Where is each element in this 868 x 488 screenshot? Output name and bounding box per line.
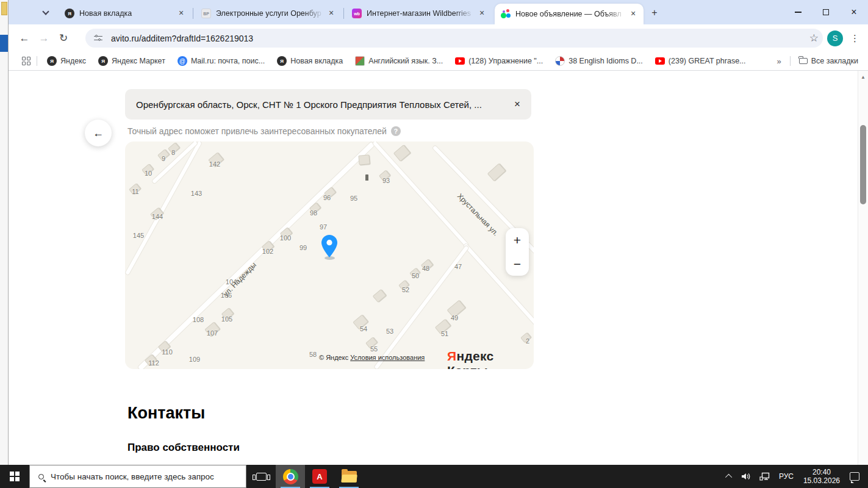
minimize-button[interactable] [784, 0, 812, 24]
action-center-button[interactable] [845, 465, 868, 488]
speaker-icon [741, 472, 751, 481]
search-icon [38, 474, 44, 479]
network-button[interactable] [755, 465, 775, 488]
bookmark-english[interactable]: Английский язык. З... [355, 56, 443, 66]
language-indicator[interactable]: РУС [775, 465, 798, 488]
browser-menu-icon[interactable]: ⋮ [850, 33, 859, 44]
house-number-label: 47 [454, 263, 462, 270]
map-monument-icon [365, 174, 368, 181]
divider [790, 56, 791, 66]
windows-taskbar: Чтобы начать поиск, введите здесь запрос… [0, 465, 868, 488]
tab-gosuslugi[interactable]: ВР Электронные услуги Оренбур × [195, 4, 342, 23]
taskbar-acrobat-button[interactable]: A [305, 465, 334, 488]
tray-expand-button[interactable] [723, 465, 736, 488]
house-number-label: 144 [152, 213, 163, 220]
map-building [393, 145, 411, 162]
url-bar[interactable]: avito.ru/additem?draftId=1626219013 [85, 29, 823, 48]
maximize-button[interactable] [812, 0, 840, 24]
reload-icon[interactable]: ↻ [54, 32, 73, 45]
map-building [358, 154, 370, 165]
house-number-label: 99 [299, 244, 307, 251]
wildberries-favicon-icon: wb [352, 9, 362, 18]
scroll-up-icon[interactable]: ▲ [858, 74, 868, 80]
house-number-label: 52 [402, 286, 409, 293]
bookmark-new-tab[interactable]: ЯНовая вкладка [277, 56, 343, 66]
task-view-button[interactable] [246, 465, 276, 488]
bookmark-yandex-market[interactable]: ЯЯндекс Маркет [98, 56, 165, 66]
apps-grid-icon[interactable] [22, 57, 30, 65]
terms-link[interactable]: Условия использования [350, 354, 425, 361]
taskbar-explorer-button[interactable] [334, 465, 364, 488]
taskbar-search[interactable]: Чтобы начать поиск, введите здесь запрос [29, 465, 246, 488]
house-number-label: 58 [309, 351, 317, 358]
close-tab-icon[interactable]: × [476, 8, 487, 19]
help-icon[interactable]: ? [391, 126, 401, 136]
mailru-at-icon: @ [178, 56, 187, 66]
tab-divider [343, 8, 344, 19]
house-number-label: 51 [441, 330, 448, 337]
start-button[interactable] [0, 465, 29, 488]
avito-favicon-icon [501, 9, 511, 19]
bookmark-youtube-great[interactable]: (239) GREAT phrase... [655, 57, 746, 65]
tab-search-button[interactable] [38, 5, 54, 21]
avito-page: Оренбургская область, Орск, СНТ № 1 Орск… [9, 71, 858, 465]
notification-icon [850, 472, 859, 481]
close-tab-icon[interactable]: × [176, 8, 187, 19]
bookmarks-overflow-icon[interactable]: » [777, 57, 781, 66]
network-icon [759, 472, 770, 481]
file-explorer-icon [342, 471, 357, 483]
back-button[interactable]: ← [85, 120, 112, 146]
house-number-label: 95 [350, 195, 357, 202]
map-pin-icon[interactable] [321, 235, 337, 260]
tab-title: Новое объявление — Объявл [515, 10, 625, 18]
english-site-icon [355, 56, 365, 66]
volume-button[interactable] [736, 465, 755, 488]
scrollbar-thumb[interactable] [860, 125, 866, 204]
bookmark-idioms[interactable]: 38 English Idioms D... [555, 56, 643, 66]
taskbar-chrome-button[interactable] [276, 465, 305, 488]
back-nav-icon[interactable]: ← [15, 32, 34, 45]
close-tab-icon[interactable]: × [628, 9, 639, 20]
house-number-label: 105 [221, 315, 232, 323]
yandex-maps-logo[interactable]: Яндекс Карты [447, 349, 534, 369]
profile-avatar[interactable]: S [827, 30, 843, 46]
bookmark-yandex[interactable]: ЯЯндекс [47, 56, 86, 66]
background-window-accent [0, 35, 8, 52]
zoom-out-button[interactable]: − [506, 252, 529, 276]
contacts-heading: Контакты [127, 404, 205, 423]
address-text: Оренбургская область, Орск, СНТ № 1 Орск… [136, 99, 508, 110]
youtube-icon [655, 57, 665, 65]
house-number-label: 55 [370, 345, 378, 353]
house-number-label: 102 [262, 248, 273, 255]
tab-avito-active[interactable]: Новое объявление — Объявл × [495, 4, 644, 24]
yandex-map[interactable]: 8910111421431441459695939897100991021041… [125, 142, 534, 369]
task-view-icon [256, 473, 267, 481]
divider [37, 56, 37, 66]
map-zoom-controls: + − [506, 228, 529, 276]
window-controls: × [784, 0, 868, 24]
screen: Я Новая вкладка × ВР Электронные услуги … [0, 0, 868, 488]
close-icon[interactable]: × [514, 98, 520, 110]
close-window-button[interactable]: × [840, 0, 868, 24]
tab-wildberries[interactable]: wb Интернет-магазин Wildberries × [346, 4, 492, 23]
site-settings-icon[interactable] [94, 35, 104, 42]
page-scrollbar[interactable]: ▲ [858, 71, 868, 465]
tray-clock[interactable]: 20:40 15.03.2026 [798, 468, 845, 485]
zoom-in-button[interactable]: + [506, 228, 529, 252]
close-tab-icon[interactable]: × [326, 8, 337, 19]
forward-nav-icon[interactable]: → [34, 32, 54, 45]
bookmark-youtube-exercise[interactable]: (128) Упражнение "... [455, 57, 543, 65]
address-banner: Оренбургская область, Орск, СНТ № 1 Орск… [125, 89, 531, 120]
all-bookmarks-button[interactable]: Все закладки [799, 57, 858, 65]
house-number-label: 96 [323, 194, 331, 201]
url-text[interactable]: avito.ru/additem?draftId=1626219013 [111, 34, 253, 43]
yandex-favicon-icon: Я [47, 56, 57, 66]
idioms-circle-icon [555, 56, 565, 66]
tab-title: Электронные услуги Оренбур [216, 9, 323, 18]
bookmark-star-icon[interactable]: ☆ [809, 32, 819, 45]
house-number-label: 48 [422, 265, 429, 272]
tab-new-tab[interactable]: Я Новая вкладка × [59, 4, 192, 23]
bookmark-mailru[interactable]: @Mail.ru: почта, поис... [178, 56, 265, 66]
tab-title: Новая вкладка [79, 9, 173, 18]
new-tab-button[interactable]: + [648, 6, 661, 20]
